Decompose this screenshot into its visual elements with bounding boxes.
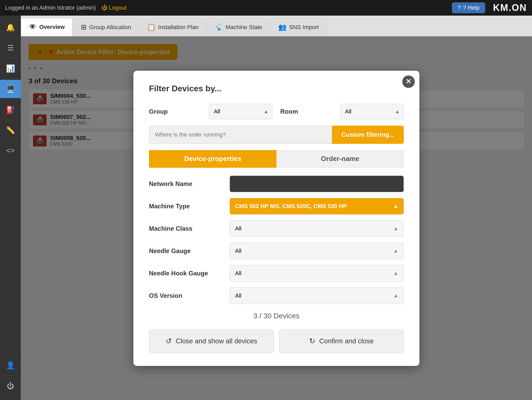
sidebar-item-list[interactable]: ☰ — [0, 39, 21, 57]
sidebar-item-power[interactable]: ⏻ — [0, 377, 21, 395]
group-label: Group — [149, 108, 201, 115]
filter-modal: ✕ Filter Devices by... Group All Room Al… — [133, 71, 419, 366]
machine-type-label: Machine Type — [149, 203, 222, 210]
needle-gauge-value[interactable]: All ▲ — [230, 243, 404, 259]
tab-group-allocation[interactable]: ⊞ Group Allocation — [73, 18, 139, 36]
os-version-label: OS Version — [149, 292, 222, 299]
help-button[interactable]: ? ? Help — [452, 2, 485, 13]
search-custom-row: Custom filtering... — [149, 126, 404, 144]
group-room-row: Group All Room All — [149, 104, 404, 119]
network-name-wrapper — [230, 176, 404, 192]
needle-hook-gauge-wrapper: All ▲ — [230, 265, 404, 282]
modal-title: Filter Devices by... — [149, 84, 404, 93]
network-name-label: Network Name — [149, 180, 222, 188]
close-and-show-all-button[interactable]: ↺ Close and show all devices — [149, 330, 274, 353]
machine-class-wrapper: All ▲ — [230, 220, 404, 237]
os-version-wrapper: All ▲ — [230, 287, 404, 304]
machine-class-label: Machine Class — [149, 225, 222, 232]
main-content: 👁️ Overview ⊞ Group Allocation 📋 Install… — [21, 16, 532, 400]
tab-device-properties[interactable]: Device-properties — [149, 150, 276, 168]
group-allocation-icon: ⊞ — [81, 23, 87, 31]
field-row-needle-hook-gauge: Needle Hook Gauge All ▲ — [149, 265, 404, 282]
room-select[interactable]: All — [340, 104, 404, 119]
field-row-machine-class: Machine Class All ▲ — [149, 220, 404, 237]
sidebar-item-chart[interactable]: 📊 — [0, 59, 21, 78]
sidebar-bottom: 👤 ⏻ — [0, 354, 21, 400]
sidebar-divider-5 — [3, 120, 18, 120]
sidebar-divider-6 — [3, 140, 18, 140]
needle-gauge-wrapper: All ▲ — [230, 243, 404, 259]
machine-state-icon: 📡 — [215, 23, 223, 31]
sns-import-icon: 👥 — [278, 23, 287, 31]
sidebar-item-person[interactable]: 👤 — [0, 356, 21, 374]
logout-link[interactable]: ⏻ Logout — [102, 4, 126, 11]
modal-close-button[interactable]: ✕ — [402, 75, 415, 88]
os-version-value[interactable]: All ▲ — [230, 287, 404, 304]
sidebar-item-pen[interactable]: ✏️ — [0, 121, 21, 139]
tab-overview[interactable]: 👁️ Overview — [21, 18, 72, 36]
action-buttons: ↺ Close and show all devices ↻ Confirm a… — [149, 330, 404, 353]
top-bar-right: ? ? Help KM.ON — [452, 2, 527, 13]
sidebar-divider-1 — [3, 37, 18, 38]
field-row-os-version: OS Version All ▲ — [149, 287, 404, 304]
filter-tab-row: Device-properties Order-name — [149, 150, 404, 168]
sidebar-divider-3 — [3, 79, 18, 79]
sidebar-divider-4 — [3, 99, 18, 99]
needle-hook-gauge-chevron-icon: ▲ — [393, 270, 398, 276]
content-body: 🔻 🔻 Active Device Filter: Device-propert… — [21, 36, 532, 400]
nav-tabs: 👁️ Overview ⊞ Group Allocation 📋 Install… — [21, 16, 532, 36]
sidebar-item-screen[interactable]: 🖥️ — [0, 80, 21, 98]
room-select-wrapper: All — [340, 104, 404, 119]
sidebar-divider-7 — [3, 355, 18, 355]
machine-type-chevron-icon: ▲ — [393, 203, 398, 209]
os-version-chevron-icon: ▲ — [393, 293, 398, 299]
sidebar-divider-2 — [3, 58, 18, 58]
installation-plan-icon: 📋 — [147, 23, 155, 31]
sidebar-item-code[interactable]: <> — [0, 141, 21, 160]
machine-type-value[interactable]: CMS 502 HP MG, CMS 520C, CMS 530 HP ▲ — [230, 198, 404, 215]
tab-order-name[interactable]: Order-name — [276, 150, 404, 168]
sidebar-divider-8 — [3, 375, 18, 376]
group-select-wrapper: All — [209, 104, 273, 119]
needle-hook-gauge-label: Needle Hook Gauge — [149, 270, 222, 277]
modal-overlay: ✕ Filter Devices by... Group All Room Al… — [21, 36, 532, 400]
sidebar-item-funnel[interactable]: ⛽ — [0, 100, 21, 119]
confirm-and-close-button[interactable]: ↻ Confirm and close — [279, 330, 404, 353]
field-row-needle-gauge: Needle Gauge All ▲ — [149, 243, 404, 259]
sidebar: 🔔 ☰ 📊 🖥️ ⛽ ✏️ <> 👤 ⏻ — [0, 16, 21, 400]
kmon-logo: KM.ON — [493, 2, 527, 13]
tab-sns-import[interactable]: 👥 SNS Import — [271, 18, 326, 36]
user-text: Logged in as Admin Istrator (admin) — [5, 4, 96, 11]
room-label: Room — [280, 108, 332, 115]
needle-hook-gauge-value[interactable]: All ▲ — [230, 265, 404, 282]
needle-gauge-chevron-icon: ▲ — [393, 248, 398, 254]
top-bar: Logged in as Admin Istrator (admin) ⏻ Lo… — [0, 0, 532, 16]
needle-gauge-label: Needle Gauge — [149, 247, 222, 255]
device-summary: 3 / 30 Devices — [149, 312, 404, 320]
group-select[interactable]: All — [209, 104, 273, 119]
help-icon: ? — [458, 4, 461, 11]
machine-class-value[interactable]: All ▲ — [230, 220, 404, 237]
sidebar-item-alert[interactable]: 🔔 — [0, 18, 21, 36]
overview-icon: 👁️ — [28, 23, 37, 31]
confirm-icon: ↻ — [309, 337, 315, 345]
field-row-machine-type: Machine Type CMS 502 HP MG, CMS 520C, CM… — [149, 198, 404, 215]
tab-installation-plan[interactable]: 📋 Installation Plan — [140, 18, 206, 36]
search-input[interactable] — [149, 126, 332, 144]
tab-machine-state[interactable]: 📡 Machine State — [207, 18, 270, 36]
custom-filter-button[interactable]: Custom filtering... — [332, 126, 404, 144]
network-name-value[interactable] — [230, 176, 404, 192]
machine-class-chevron-icon: ▲ — [393, 225, 398, 231]
machine-type-wrapper: CMS 502 HP MG, CMS 520C, CMS 530 HP ▲ — [230, 198, 404, 215]
field-row-network-name: Network Name — [149, 176, 404, 192]
user-info: Logged in as Admin Istrator (admin) ⏻ Lo… — [5, 4, 126, 11]
close-all-icon: ↺ — [166, 337, 172, 345]
